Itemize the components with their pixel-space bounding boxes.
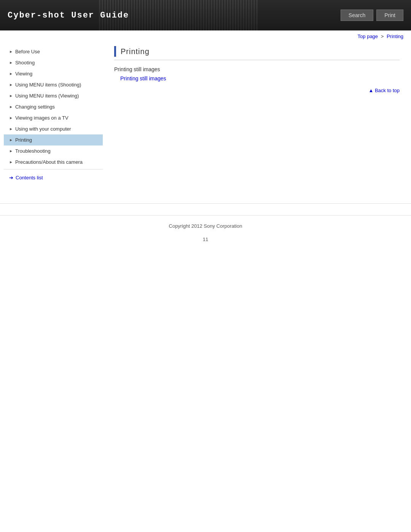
main-layout: ► Before Use ► Shooting ► Viewing ► Usin… xyxy=(0,42,411,188)
sidebar-item-viewing[interactable]: ► Viewing xyxy=(4,68,103,79)
sidebar-item-using-menu-viewing[interactable]: ► Using MENU items (Viewing) xyxy=(4,90,103,101)
content-area: Printing Printing still images Printing … xyxy=(103,42,407,188)
chevron-right-icon: ► xyxy=(9,138,13,142)
sidebar-item-label: Using MENU items (Viewing) xyxy=(15,93,79,99)
sidebar-item-label: Printing xyxy=(15,137,32,143)
header-stripes xyxy=(99,0,373,30)
chevron-right-icon: ► xyxy=(9,149,13,153)
sidebar-divider xyxy=(4,169,103,169)
page-number: 11 xyxy=(0,236,411,246)
printing-still-images-link[interactable]: Printing still images xyxy=(114,75,400,81)
sidebar-item-label: Troubleshooting xyxy=(15,148,51,154)
sidebar-item-printing[interactable]: ► Printing xyxy=(4,134,103,145)
chevron-right-icon: ► xyxy=(9,105,13,109)
sidebar-item-label: Using MENU items (Shooting) xyxy=(15,82,81,88)
sidebar-item-label: Shooting xyxy=(15,60,35,66)
footer-divider: Copyright 2012 Sony Corporation 11 xyxy=(0,203,411,250)
sidebar-item-label: Before Use xyxy=(15,49,40,54)
chevron-right-icon: ► xyxy=(9,72,13,76)
contents-list-label: Contents list xyxy=(16,175,43,181)
chevron-right-icon: ► xyxy=(9,127,13,131)
sidebar-item-label: Using with your computer xyxy=(15,126,71,132)
title-accent xyxy=(114,46,116,57)
sidebar-item-label: Precautions/About this camera xyxy=(15,159,83,165)
breadcrumb: Top page > Printing xyxy=(0,30,411,42)
chevron-right-icon: ► xyxy=(9,116,13,120)
sidebar-item-before-use[interactable]: ► Before Use xyxy=(4,46,103,57)
page-title-bar: Printing xyxy=(114,46,400,60)
breadcrumb-separator: > xyxy=(381,34,384,39)
chevron-right-icon: ► xyxy=(9,160,13,164)
sidebar-item-label: Viewing images on a TV xyxy=(15,115,68,121)
contents-list-link[interactable]: ➔ Contents list xyxy=(4,171,103,184)
breadcrumb-current-link[interactable]: Printing xyxy=(387,34,403,39)
sidebar-item-shooting[interactable]: ► Shooting xyxy=(4,57,103,68)
sidebar-item-viewing-images-tv[interactable]: ► Viewing images on a TV xyxy=(4,112,103,123)
chevron-right-icon: ► xyxy=(9,83,13,87)
chevron-right-icon: ► xyxy=(9,50,13,54)
section-heading: Printing still images xyxy=(114,66,400,72)
chevron-right-icon: ► xyxy=(9,94,13,98)
header-buttons: Search Print xyxy=(341,10,403,21)
back-to-top-link[interactable]: Back to top xyxy=(114,84,400,97)
page-title: Printing xyxy=(121,47,150,56)
sidebar-item-label: Viewing xyxy=(15,71,32,77)
sidebar-item-troubleshooting[interactable]: ► Troubleshooting xyxy=(4,145,103,157)
arrow-right-icon: ➔ xyxy=(9,175,13,181)
sidebar-item-using-with-computer[interactable]: ► Using with your computer xyxy=(4,123,103,134)
search-button[interactable]: Search xyxy=(341,10,373,21)
print-button[interactable]: Print xyxy=(376,10,403,21)
sidebar-item-precautions[interactable]: ► Precautions/About this camera xyxy=(4,157,103,168)
chevron-right-icon: ► xyxy=(9,61,13,65)
sidebar-item-changing-settings[interactable]: ► Changing settings xyxy=(4,101,103,112)
sidebar: ► Before Use ► Shooting ► Viewing ► Usin… xyxy=(4,42,103,188)
sidebar-item-label: Changing settings xyxy=(15,104,55,110)
sidebar-item-using-menu-shooting[interactable]: ► Using MENU items (Shooting) xyxy=(4,79,103,90)
app-title: Cyber-shot User Guide xyxy=(8,11,129,20)
copyright-text: Copyright 2012 Sony Corporation xyxy=(169,223,242,229)
breadcrumb-top-link[interactable]: Top page xyxy=(358,34,378,39)
header: Cyber-shot User Guide Search Print xyxy=(0,0,411,30)
footer: Copyright 2012 Sony Corporation xyxy=(0,215,411,236)
